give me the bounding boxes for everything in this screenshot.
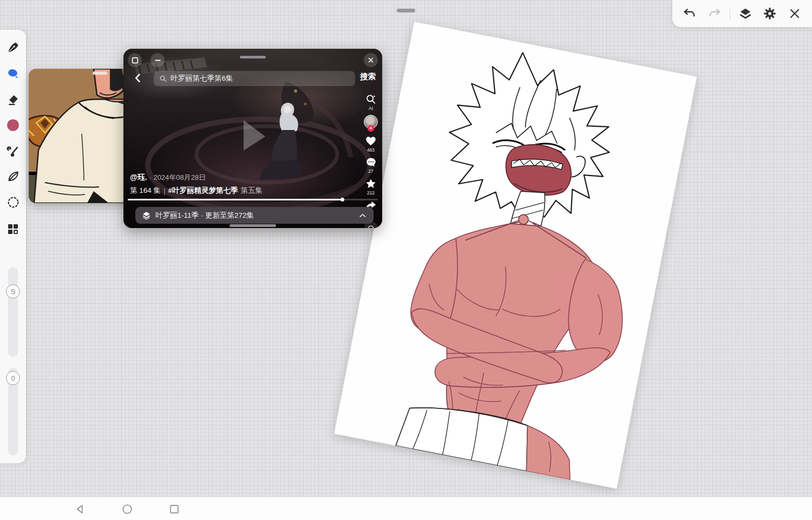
reference-window-drag-handle[interactable]	[93, 72, 107, 75]
window-resize-handle[interactable]	[230, 224, 276, 227]
search-query-text: 叶罗丽第七季第6集	[171, 74, 233, 83]
author-avatar-button[interactable]: +	[364, 115, 378, 132]
episode-hashtag[interactable]: #叶罗丽精灵梦第七季	[168, 186, 238, 196]
playlist-layers-icon	[142, 211, 151, 220]
tool-sidebar: S 0	[0, 30, 26, 463]
mixer-brush-icon	[6, 144, 20, 157]
grid-icon	[6, 223, 19, 236]
character-drawing	[334, 22, 697, 489]
nav-home-button[interactable]	[120, 502, 135, 517]
video-player-window[interactable]: 叶罗丽第七季第6集 搜索 AI + 463 27	[123, 49, 382, 228]
favorite-count: 212	[367, 190, 375, 196]
pen-icon	[6, 41, 20, 54]
window-close-button[interactable]	[364, 53, 378, 67]
leaf-icon	[6, 170, 20, 183]
paint-brush-icon	[6, 66, 20, 80]
video-progress-bar[interactable]	[128, 199, 378, 200]
opacity-slider[interactable]: 0	[8, 368, 18, 456]
pen-tool-button[interactable]	[6, 40, 20, 54]
recents-square-icon	[168, 503, 180, 515]
opacity-slider-label: 0	[11, 374, 15, 382]
like-count: 463	[367, 147, 375, 153]
heart-icon	[365, 135, 377, 147]
layout-grid-button[interactable]	[6, 222, 20, 236]
minimize-icon	[154, 57, 161, 64]
app-drag-handle[interactable]	[397, 9, 415, 12]
color-circle-icon	[6, 118, 20, 132]
video-progress-fill	[128, 199, 343, 200]
color-swatch-button[interactable]	[6, 118, 20, 132]
close-icon	[788, 7, 801, 20]
mixer-brush-button[interactable]	[6, 143, 20, 157]
redo-icon	[708, 6, 722, 21]
smudge-leaf-button[interactable]	[6, 169, 20, 183]
back-button[interactable]	[132, 72, 144, 84]
top-toolbar	[672, 0, 812, 27]
layers-icon	[738, 6, 752, 21]
lasso-tool-button[interactable]	[6, 195, 20, 209]
eraser-icon	[6, 93, 20, 106]
home-circle-icon	[121, 503, 133, 515]
ai-search-button[interactable]: AI	[365, 93, 377, 111]
episode-divider: |	[163, 187, 166, 195]
settings-button[interactable]	[760, 4, 780, 23]
nav-recents-button[interactable]	[167, 502, 182, 517]
close-app-button[interactable]	[785, 4, 804, 23]
undo-icon	[683, 6, 697, 21]
follow-plus-badge[interactable]: +	[368, 125, 374, 132]
comment-count: 27	[368, 168, 373, 174]
back-chevron-icon	[132, 72, 144, 84]
reference-image-window[interactable]	[29, 69, 137, 203]
back-triangle-icon	[74, 503, 86, 515]
headphones-icon	[367, 224, 375, 228]
brush-tool-button[interactable]	[6, 66, 20, 80]
window-fullscreen-button[interactable]	[128, 53, 142, 67]
video-meta: @珏. · 2024年08月28日 第 164 集 | #叶罗丽精灵梦第七季 第…	[130, 173, 263, 196]
window-minimize-button[interactable]	[150, 53, 165, 67]
favorite-button[interactable]: 212	[365, 178, 377, 196]
comment-icon	[365, 157, 377, 168]
toolbar-divider	[730, 6, 730, 21]
window-close-icon	[368, 57, 374, 63]
episode-suffix: 第五集	[241, 186, 263, 196]
fullscreen-icon	[132, 57, 139, 64]
lasso-icon	[6, 196, 20, 209]
nav-back-button[interactable]	[73, 502, 88, 517]
episode-number: 第 164 集	[130, 186, 161, 196]
size-slider-knob[interactable]: S	[6, 284, 20, 298]
ai-search-label: AI	[369, 106, 373, 111]
playlist-title: 叶罗丽1-11季 · 更新至第272集	[155, 211, 354, 220]
search-row: 叶罗丽第七季第6集 搜索	[123, 69, 382, 88]
publish-date: 2024年08月28日	[153, 173, 206, 181]
size-slider-label: S	[11, 288, 16, 296]
search-icon	[159, 75, 167, 82]
star-icon	[365, 178, 377, 190]
playlist-bar[interactable]: 叶罗丽1-11季 · 更新至第272集	[135, 207, 374, 224]
gear-icon	[763, 6, 777, 21]
eraser-tool-button[interactable]	[6, 92, 20, 106]
reference-image	[29, 69, 137, 203]
date-separator: ·	[149, 173, 151, 181]
layers-button[interactable]	[736, 4, 755, 23]
opacity-slider-knob[interactable]: 0	[6, 371, 20, 385]
undo-button[interactable]	[680, 4, 699, 23]
author-name[interactable]: @珏.	[130, 173, 147, 181]
android-nav-bar	[0, 497, 812, 520]
canvas-paper[interactable]	[334, 22, 697, 489]
window-drag-handle[interactable]	[240, 56, 266, 58]
collapse-chevron-icon[interactable]	[358, 211, 367, 220]
comment-button[interactable]: 27	[365, 157, 377, 174]
redo-button[interactable]	[705, 4, 724, 23]
like-button[interactable]: 463	[365, 135, 377, 153]
search-submit-button[interactable]: 搜索	[360, 72, 376, 82]
search-input[interactable]: 叶罗丽第七季第6集	[154, 71, 355, 86]
size-slider[interactable]: S	[8, 267, 18, 357]
ai-search-icon	[365, 93, 377, 105]
